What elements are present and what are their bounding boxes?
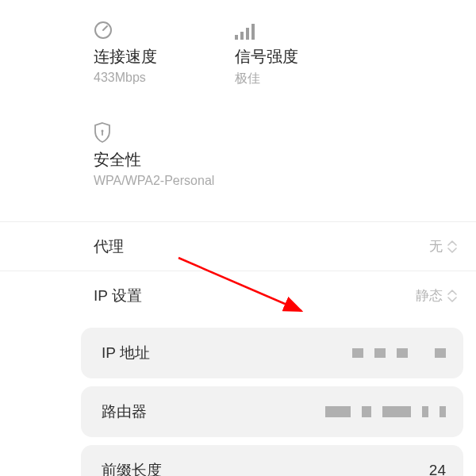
signal-bars-icon <box>235 17 376 40</box>
chevron-updown-icon <box>447 240 457 253</box>
router-field[interactable]: 路由器 <box>81 386 463 437</box>
signal-value: 极佳 <box>235 71 376 87</box>
speed-cell: 连接速度 433Mbps <box>94 17 235 87</box>
chevron-updown-icon <box>447 290 457 302</box>
prefix-length-label: 前缀长度 <box>102 460 162 476</box>
proxy-value: 无 <box>429 237 443 255</box>
signal-label: 信号强度 <box>235 46 376 67</box>
ip-settings-label: IP 设置 <box>94 286 142 306</box>
security-label: 安全性 <box>94 149 444 171</box>
ip-settings-value-wrap: 静态 <box>416 286 457 305</box>
ip-address-value-redacted <box>352 348 446 358</box>
prefix-length-field[interactable]: 前缀长度 24 <box>81 445 463 476</box>
security-cell: 安全性 WPA/WPA2-Personal <box>94 121 444 188</box>
router-label: 路由器 <box>102 401 147 422</box>
speed-label: 连接速度 <box>94 46 235 67</box>
shield-icon <box>94 121 444 143</box>
svg-rect-3 <box>246 28 249 40</box>
proxy-label: 代理 <box>94 236 124 257</box>
signal-cell: 信号强度 极佳 <box>235 17 376 87</box>
prefix-length-value: 24 <box>429 462 446 476</box>
proxy-row[interactable]: 代理 无 <box>0 221 476 271</box>
speed-gauge-icon <box>94 17 235 40</box>
ip-settings-value: 静态 <box>416 286 443 305</box>
ip-address-field[interactable]: IP 地址 <box>81 328 463 378</box>
security-value: WPA/WPA2-Personal <box>94 174 444 188</box>
svg-rect-1 <box>235 35 238 40</box>
ip-config-cards: IP 地址 路由器 前缀长度 24 <box>0 320 476 476</box>
svg-rect-2 <box>240 32 244 40</box>
proxy-value-wrap: 无 <box>429 237 457 255</box>
info-row-1: 连接速度 433Mbps 信号强度 极佳 <box>94 17 444 87</box>
speed-value: 433Mbps <box>94 71 235 85</box>
network-info-section: 连接速度 433Mbps 信号强度 极佳 安全性 <box>0 0 476 188</box>
ip-address-label: IP 地址 <box>102 343 150 363</box>
settings-list: 代理 无 IP 设置 静态 <box>0 221 476 320</box>
svg-rect-4 <box>251 24 255 40</box>
router-value-redacted <box>325 406 446 417</box>
ip-settings-row[interactable]: IP 设置 静态 <box>0 271 476 320</box>
